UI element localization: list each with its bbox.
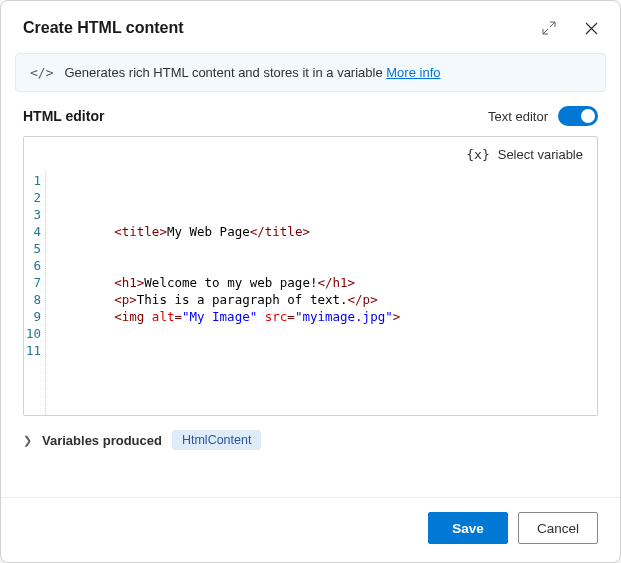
code-area[interactable]: 1234567891011 <title>My Web Page</title>…	[24, 172, 597, 415]
info-banner: </> Generates rich HTML content and stor…	[15, 53, 606, 92]
save-button[interactable]: Save	[428, 512, 508, 544]
toggle-label: Text editor	[488, 109, 548, 124]
code-lines[interactable]: <title>My Web Page</title> <h1>Welcome t…	[46, 172, 597, 415]
cancel-button[interactable]: Cancel	[518, 512, 598, 544]
banner-text-content: Generates rich HTML content and stores i…	[64, 65, 382, 80]
dialog-footer: Save Cancel	[1, 497, 620, 562]
editor-title: HTML editor	[23, 108, 488, 124]
variable-chip[interactable]: HtmlContent	[172, 430, 261, 450]
text-editor-toggle[interactable]	[558, 106, 598, 126]
header-icons	[542, 21, 598, 35]
dialog-header: Create HTML content	[1, 1, 620, 51]
editor-header: HTML editor Text editor	[23, 106, 598, 126]
editor-box: {x} Select variable 1234567891011 <title…	[23, 136, 598, 416]
more-info-link[interactable]: More info	[386, 65, 440, 80]
variable-icon: {x}	[466, 147, 489, 162]
variables-label: Variables produced	[42, 433, 162, 448]
line-gutter: 1234567891011	[24, 172, 46, 415]
dialog: Create HTML content </> Generates rich H…	[0, 0, 621, 563]
dialog-body: HTML editor Text editor {x} Select varia…	[1, 106, 620, 497]
select-variable-button[interactable]: Select variable	[498, 147, 583, 162]
banner-text: Generates rich HTML content and stores i…	[64, 65, 440, 80]
variables-row[interactable]: ❯ Variables produced HtmlContent	[23, 416, 598, 458]
code-icon: </>	[30, 65, 53, 80]
chevron-right-icon: ❯	[23, 434, 32, 447]
expand-icon[interactable]	[542, 21, 556, 35]
editor-toolbar: {x} Select variable	[24, 137, 597, 172]
dialog-title: Create HTML content	[23, 19, 542, 37]
close-icon[interactable]	[584, 21, 598, 35]
